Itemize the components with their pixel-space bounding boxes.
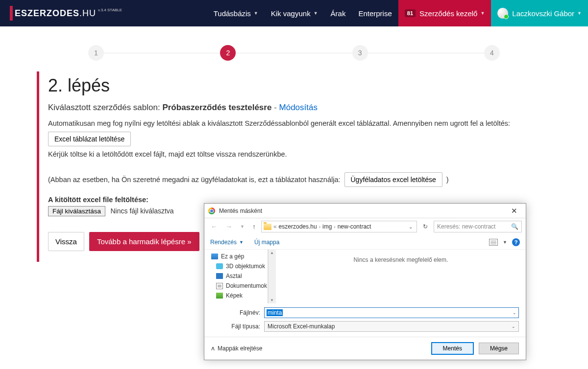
tree-desktop[interactable]: Asztal (211, 271, 268, 281)
upload-label: A kitöltött excel file feltöltése: (48, 196, 551, 204)
nav-user-menu[interactable]: Laczkovszki Gábor▼ (491, 0, 588, 26)
dialog-navbar: ← → ▼ ↑ « eszerzodes.hu› img› new-contra… (204, 218, 526, 235)
logo-suffix: .HU (79, 8, 96, 19)
logo-accent (10, 6, 13, 21)
chevron-down-icon[interactable]: ⌄ (407, 224, 415, 230)
new-folder-button[interactable]: Új mappa (254, 239, 279, 246)
logo-text: ESZERZODES (15, 8, 79, 19)
step-connector (236, 53, 352, 53)
save-button[interactable]: Mentés (431, 342, 474, 355)
filetype-label: Fájl típusa: (211, 323, 260, 330)
file-status: Nincs fájl kiválasztva (111, 207, 174, 215)
desktop-icon (216, 273, 223, 279)
cancel-button[interactable]: Mégse (479, 343, 519, 354)
customer-excel-row: (Abban az esetben, ha Ön szeretné megadn… (48, 172, 551, 187)
caret-down-icon: ▼ (577, 11, 582, 16)
document-icon (216, 283, 223, 289)
step-4[interactable]: 4 (484, 45, 500, 61)
top-header: ESZERZODES.HU v.3.4 STABLE Tudásbázis▼ K… (0, 0, 588, 26)
pc-icon (211, 254, 218, 259)
nav-back-icon[interactable]: ← (208, 223, 220, 231)
nav-contract-manager[interactable]: 81 Szerződés kezelő▼ (398, 0, 491, 26)
step-2[interactable]: 2 (220, 45, 236, 61)
nav-forward-icon[interactable]: → (223, 223, 235, 231)
filetype-dropdown[interactable]: Microsoft Excel-munkalap⌄ (264, 321, 519, 332)
template-name: Próbaszerződés tesztelésre (162, 103, 271, 112)
search-input[interactable]: Keresés: new-contract 🔍 (434, 221, 522, 232)
chevron-down-icon[interactable]: ⌄ (513, 310, 516, 315)
search-icon: 🔍 (511, 223, 518, 230)
help-icon[interactable]: ? (512, 238, 520, 246)
view-options-icon[interactable] (489, 239, 498, 246)
folder-tree: Ez a gép 3D objektumok Asztal Dokumentum… (204, 250, 268, 303)
version-badge: v.3.4 STABLE (98, 8, 122, 12)
close-button[interactable]: ✕ (506, 205, 522, 217)
logo[interactable]: ESZERZODES.HU v.3.4 STABLE (10, 6, 122, 21)
dialog-titlebar[interactable]: Mentés másként ✕ (204, 204, 526, 218)
path-breadcrumb[interactable]: « eszerzodes.hu› img› new-contract ⌄ (261, 221, 417, 232)
filename-input[interactable]: minta⌄ (264, 307, 519, 318)
notification-badge: 81 (405, 9, 416, 17)
nav-enterprise[interactable]: Enterprise (352, 0, 398, 26)
nav-up-icon[interactable]: ↑ (250, 223, 258, 231)
empty-message: Nincs a keresésnek megfelelő elem. (354, 256, 448, 263)
dialog-fields: Fájlnév: minta⌄ Fájl típusa: Microsoft E… (204, 303, 526, 337)
caret-down-icon: ▼ (480, 11, 485, 16)
step-indicator: 1 2 3 4 (0, 26, 588, 71)
modify-link[interactable]: Módosítás (279, 103, 318, 112)
tree-scrollbar[interactable] (268, 250, 276, 303)
caret-down-icon: ▼ (254, 11, 258, 16)
dialog-title: Mentés másként (219, 208, 262, 214)
back-button[interactable]: Vissza (48, 232, 84, 251)
step-connector (104, 53, 220, 53)
image-icon (216, 293, 223, 299)
info-paragraph-2: Kérjük töltse ki a letöltődött excel fáj… (48, 149, 551, 160)
info-paragraph-3b: ) (446, 175, 449, 185)
hide-folders-toggle[interactable]: ʌMappák elrejtése (211, 345, 262, 352)
avatar (497, 8, 508, 19)
tree-pictures[interactable]: Képek (211, 291, 268, 300)
dialog-footer: ʌMappák elrejtése Mentés Mégse (204, 337, 526, 360)
chevron-down-icon: ⌄ (512, 324, 515, 329)
nav-who-we-are[interactable]: Kik vagyunk▼ (265, 0, 324, 26)
step-1[interactable]: 1 (88, 45, 104, 61)
filename-label: Fájlnév: (211, 309, 260, 316)
chrome-icon (208, 208, 215, 214)
refresh-icon[interactable]: ↻ (420, 223, 431, 230)
download-customer-excel-button[interactable]: Ügyféladatos excel letöltése (344, 172, 442, 187)
nav-prices[interactable]: Árak (324, 0, 352, 26)
folder-icon (264, 224, 271, 230)
cube-icon (216, 263, 223, 269)
main-nav: Tudásbázis▼ Kik vagyunk▼ Árak Enterprise… (207, 0, 588, 26)
chevron-up-icon: ʌ (211, 345, 215, 352)
dialog-body: Ez a gép 3D objektumok Asztal Dokumentum… (204, 250, 526, 303)
page-title: 2. lépés (48, 75, 551, 96)
info-paragraph-3a: (Abban az esetben, ha Ön szeretné megadn… (48, 175, 341, 185)
step-3[interactable]: 3 (352, 45, 368, 61)
tree-this-pc[interactable]: Ez a gép (211, 252, 268, 261)
tree-3d-objects[interactable]: 3D objektumok (211, 261, 268, 271)
nav-knowledgebase[interactable]: Tudásbázis▼ (207, 0, 265, 26)
info-paragraph-1: Automatikusan meg fog nyílni egy letölté… (48, 118, 551, 129)
caret-down-icon: ▼ (314, 11, 318, 16)
nav-recent-icon[interactable]: ▼ (238, 224, 247, 229)
save-as-dialog: Mentés másként ✕ ← → ▼ ↑ « eszerzodes.hu… (204, 203, 526, 360)
template-subtitle: Kiválasztott szerződés sablon: Próbaszer… (48, 103, 551, 113)
organize-button[interactable]: Rendezés▼ (210, 239, 244, 246)
step-connector (368, 53, 484, 53)
next-step-button[interactable]: Tovább a harmadik lépésre » (89, 232, 199, 251)
choose-file-button[interactable]: Fájl kiválasztása (48, 206, 105, 216)
file-list[interactable]: Nincs a keresésnek megfelelő elem. (276, 250, 526, 303)
download-excel-button[interactable]: Excel táblázat letöltése (48, 132, 131, 146)
tree-documents[interactable]: Dokumentumok (211, 281, 268, 291)
dialog-toolbar: Rendezés▼ Új mappa ▼ ? (204, 235, 526, 250)
